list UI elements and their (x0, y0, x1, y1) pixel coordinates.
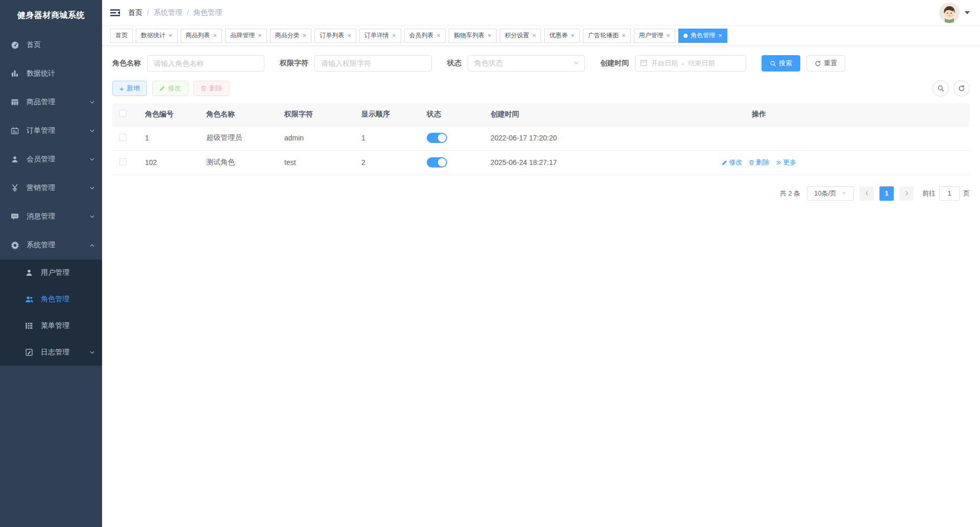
avatar[interactable] (939, 3, 960, 23)
sidebar: 健身器材商城系统 首页 数据统计 (0, 0, 102, 527)
sidebar-fold-icon[interactable] (110, 9, 120, 17)
role-name-input[interactable] (147, 55, 264, 71)
status-toggle[interactable] (427, 133, 447, 143)
prev-page-button[interactable] (860, 186, 874, 201)
row-checkbox[interactable] (119, 134, 127, 141)
close-icon[interactable]: × (667, 32, 671, 39)
breadcrumb-separator: / (187, 9, 189, 17)
sidebar-submenu: 用户管理 角色管理 菜单管理 (0, 259, 102, 366)
start-date-placeholder: 开始日期 (651, 59, 678, 68)
date-range-picker[interactable]: 开始日期 - 结束日期 (635, 55, 746, 71)
app-root: 健身器材商城系统 首页 数据统计 (0, 0, 980, 527)
tab[interactable]: 角色管理 × (678, 29, 727, 43)
delete-button[interactable]: 删除 (193, 81, 230, 96)
toggle-search-button[interactable] (933, 80, 949, 97)
row-edit-link[interactable]: 修改 (722, 158, 742, 167)
close-icon[interactable]: × (392, 32, 396, 39)
next-page-button[interactable] (899, 186, 914, 201)
tab[interactable]: 购物车列表 × (449, 29, 497, 43)
menu-tree-icon (24, 321, 34, 330)
status-toggle[interactable] (427, 157, 447, 167)
tab[interactable]: 广告轮播图 × (583, 29, 631, 43)
tab[interactable]: 商品分类 × (270, 29, 312, 43)
goods-grid-icon (10, 98, 19, 107)
tab[interactable]: 订单详情 × (359, 29, 401, 43)
close-icon[interactable]: × (437, 32, 441, 39)
role-name-label: 角色名称 (112, 59, 141, 68)
cell-sort: 1 (354, 126, 420, 150)
sidebar-subitem[interactable]: 角色管理 (0, 286, 102, 313)
close-icon[interactable]: × (347, 32, 351, 39)
sidebar-subitem[interactable]: 日志管理 (0, 339, 102, 366)
close-icon[interactable]: × (532, 32, 536, 39)
close-icon[interactable]: × (571, 32, 575, 39)
sidebar-item[interactable]: 会员管理 (0, 145, 102, 174)
sidebar-item[interactable]: 营销管理 (0, 174, 102, 202)
cell-role-name: 测试角色 (199, 150, 277, 175)
sidebar-subitem[interactable]: 菜单管理 (0, 313, 102, 339)
close-icon[interactable]: × (622, 32, 626, 39)
pagination-goto: 前往 页 (922, 186, 970, 201)
log-icon (24, 348, 34, 357)
tab[interactable]: 商品列表 × (181, 29, 223, 43)
chevron-down-icon (841, 189, 847, 197)
filter-status: 状态 角色状态 (447, 55, 585, 71)
close-icon[interactable]: × (168, 32, 173, 39)
tab[interactable]: 用户管理 × (634, 29, 676, 43)
select-all-checkbox[interactable] (119, 110, 127, 117)
breadcrumb-item: / 角色管理 (182, 8, 222, 17)
close-icon[interactable]: × (258, 32, 262, 39)
navbar-right (939, 3, 970, 23)
row-delete-link[interactable]: 删除 (749, 158, 769, 167)
close-icon[interactable]: × (718, 32, 722, 39)
table-row: 1 超级管理员 admin 1 2022-06-17 17:20:20 修 (112, 126, 970, 150)
cell-sort: 2 (354, 150, 420, 175)
sidebar-item[interactable]: 订单管理 (0, 116, 102, 145)
close-icon[interactable]: × (303, 32, 307, 39)
breadcrumb-item: / 系统管理 (142, 8, 182, 17)
status-label: 状态 (447, 59, 461, 68)
sidebar-item[interactable]: 数据统计 (0, 59, 102, 88)
sidebar-item[interactable]: 商品管理 (0, 88, 102, 116)
goto-page-input[interactable] (939, 186, 960, 201)
tab[interactable]: 积分设置 × (500, 29, 542, 43)
row-more-link[interactable]: 更多 (776, 158, 796, 167)
status-select[interactable]: 角色状态 (468, 55, 585, 71)
tab[interactable]: 会员列表 × (404, 29, 446, 43)
chevron-down-icon (89, 157, 95, 162)
perm-key-input[interactable] (314, 55, 432, 71)
close-icon[interactable]: × (487, 32, 492, 39)
close-icon[interactable]: × (213, 32, 217, 39)
navbar: / 首页 / 系统管理 / 角色管理 (102, 0, 980, 26)
tab[interactable]: 数据统计 × (136, 29, 178, 43)
tab[interactable]: 首页 × (110, 29, 133, 43)
sidebar-item[interactable]: 消息管理 (0, 202, 102, 231)
sidebar-item[interactable]: 首页 (0, 31, 102, 59)
status-select-placeholder: 角色状态 (474, 59, 503, 68)
tab[interactable]: 品牌管理 × (225, 29, 267, 43)
cell-created: 2025-06-24 18:27:17 (483, 150, 612, 175)
edit-button[interactable]: 修改 (152, 81, 188, 96)
col-perm-key: 权限字符 (277, 103, 354, 126)
breadcrumb: / 首页 / 系统管理 / 角色管理 (128, 8, 222, 17)
tab[interactable]: 优惠券 × (544, 29, 580, 43)
page-number-button[interactable]: 1 (879, 186, 894, 201)
date-separator: - (682, 60, 684, 67)
edit-pencil-icon (722, 160, 727, 165)
row-checkbox[interactable] (119, 158, 127, 165)
sidebar-subitem[interactable]: 用户管理 (0, 259, 102, 286)
avatar-dropdown-caret-icon[interactable] (965, 11, 970, 14)
member-icon (10, 155, 19, 164)
search-button[interactable]: 搜索 (762, 55, 800, 71)
goto-label: 前往 (922, 189, 936, 198)
order-icon (10, 126, 19, 135)
gear-icon (10, 241, 19, 250)
end-date-placeholder: 结束日期 (688, 59, 715, 68)
add-button[interactable]: + 新增 (112, 81, 147, 96)
page-size-select[interactable]: 10条/页 (807, 186, 854, 201)
refresh-table-button[interactable] (953, 80, 970, 97)
reset-button[interactable]: 重置 (806, 55, 845, 71)
sidebar-item[interactable]: 系统管理 (0, 231, 102, 259)
search-icon (937, 85, 944, 92)
tab[interactable]: 订单列表 × (314, 29, 356, 43)
